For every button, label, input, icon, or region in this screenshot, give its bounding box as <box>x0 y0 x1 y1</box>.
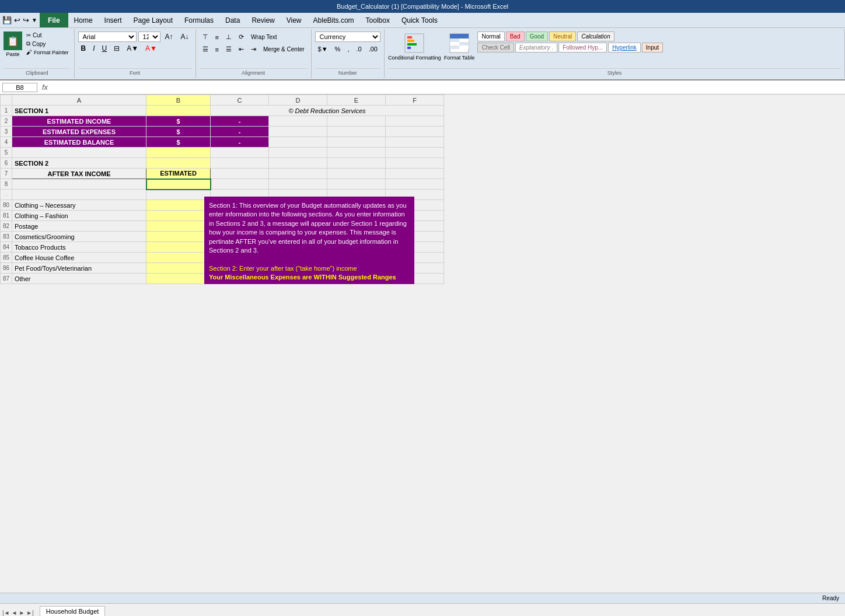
cell-a6[interactable]: SECTION 2 <box>12 158 146 169</box>
menu-view[interactable]: View <box>281 14 308 27</box>
cell-a80[interactable]: Clothing – Necessary <box>12 200 146 211</box>
cell-e6[interactable] <box>327 158 386 169</box>
underline-button[interactable]: U <box>99 43 110 54</box>
style-good[interactable]: Good <box>526 32 548 41</box>
undo-icon[interactable]: ↩ <box>14 16 20 24</box>
cut-button[interactable]: ✂ Cut <box>25 32 71 39</box>
increase-decimal-button[interactable]: .00 <box>366 44 380 54</box>
style-check-cell[interactable]: Check Cell <box>477 43 514 52</box>
cell-reference-box[interactable] <box>2 83 37 92</box>
cell-b5[interactable] <box>146 148 211 158</box>
cell-d7[interactable] <box>269 169 327 179</box>
cell-c4[interactable] <box>269 137 327 148</box>
cell-c6[interactable] <box>211 158 269 169</box>
cell-f7[interactable] <box>386 169 444 179</box>
font-size-select[interactable]: 12 <box>138 32 160 42</box>
decrease-indent-button[interactable]: ⇤ <box>236 44 247 55</box>
cell-a87[interactable]: Other <box>12 274 146 284</box>
increase-font-button[interactable]: A↑ <box>162 32 176 42</box>
align-left-button[interactable]: ☰ <box>200 44 211 55</box>
cell-a84[interactable]: Tobacco Products <box>12 242 146 253</box>
decrease-font-button[interactable]: A↓ <box>178 32 192 42</box>
cell-b87[interactable] <box>146 274 211 284</box>
cell-e8[interactable] <box>327 179 386 190</box>
merge-center-button[interactable]: Merge & Center <box>260 44 308 54</box>
format-painter-button[interactable]: 🖌 Format Painter <box>25 48 71 56</box>
align-center-button[interactable]: ≡ <box>212 44 222 55</box>
cell-b81[interactable] <box>146 211 211 221</box>
cell-c1[interactable]: © Debt Reduction Services <box>211 106 444 116</box>
cell-e5[interactable] <box>327 148 386 158</box>
col-header-f[interactable]: F <box>386 95 444 106</box>
cell-b2-val[interactable]: - <box>211 116 269 127</box>
col-header-e[interactable]: E <box>327 95 386 106</box>
align-right-button[interactable]: ☰ <box>223 44 235 55</box>
cell-c8[interactable] <box>211 179 269 190</box>
wrap-text-button[interactable]: Wrap Text <box>248 32 280 42</box>
cell-c2[interactable] <box>269 116 327 127</box>
cell-d6[interactable] <box>269 158 327 169</box>
style-neutral[interactable]: Neutral <box>549 32 576 41</box>
accounting-button[interactable]: $▼ <box>315 44 331 54</box>
menu-formulas[interactable]: Formulas <box>179 14 219 27</box>
cell-b4-dollar[interactable]: $ <box>146 137 211 148</box>
cell-d4[interactable] <box>327 137 386 148</box>
cell-b83[interactable] <box>146 232 211 242</box>
format-table-button[interactable]: Format Table <box>443 32 475 61</box>
cell-b6[interactable] <box>146 158 211 169</box>
cell-a8[interactable] <box>12 179 146 190</box>
dropdown-icon[interactable]: ▼ <box>32 17 37 23</box>
align-top-button[interactable]: ⊤ <box>200 32 211 43</box>
menu-home[interactable]: Home <box>68 14 99 27</box>
menu-ablebits[interactable]: AbleBits.com <box>308 14 360 27</box>
cell-a7[interactable]: AFTER TAX INCOME <box>12 169 146 179</box>
cell-b1[interactable] <box>146 106 211 116</box>
cell-a5[interactable] <box>12 148 146 158</box>
cell-b7[interactable]: ESTIMATED <box>146 169 211 179</box>
comma-button[interactable]: , <box>344 44 352 54</box>
style-normal[interactable]: Normal <box>477 32 504 41</box>
conditional-formatting-button[interactable]: Conditional Formatting <box>388 32 441 61</box>
number-format-select[interactable]: Currency <box>315 32 380 42</box>
cell-c3[interactable] <box>269 127 327 137</box>
cell-b3-dollar[interactable]: $ <box>146 127 211 137</box>
percent-button[interactable]: % <box>332 44 344 54</box>
cell-b3-val[interactable]: - <box>211 127 269 137</box>
style-input[interactable]: Input <box>642 43 663 52</box>
style-bad[interactable]: Bad <box>506 32 525 41</box>
cell-c5[interactable] <box>211 148 269 158</box>
cell-f5[interactable] <box>386 148 444 158</box>
menu-data[interactable]: Data <box>219 14 246 27</box>
cell-d3[interactable] <box>327 127 386 137</box>
style-hyperlink[interactable]: Hyperlink <box>608 43 641 52</box>
cell-a83[interactable]: Cosmetics/Grooming <box>12 232 146 242</box>
col-header-a[interactable]: A <box>12 95 146 106</box>
cell-a4[interactable]: ESTIMATED BALANCE <box>12 137 146 148</box>
align-bottom-button[interactable]: ⊥ <box>223 32 235 43</box>
menu-insert[interactable]: Insert <box>99 14 128 27</box>
cell-b82[interactable] <box>146 221 211 232</box>
cell-a3[interactable]: ESTIMATED EXPENSES <box>12 127 146 137</box>
col-header-c[interactable]: C <box>211 95 269 106</box>
col-header-b[interactable]: B <box>146 95 211 106</box>
menu-toolbox[interactable]: Toolbox <box>360 14 396 27</box>
increase-indent-button[interactable]: ⇥ <box>248 44 259 55</box>
menu-file[interactable]: File <box>40 13 68 27</box>
cell-a86[interactable]: Pet Food/Toys/Veterinarian <box>12 263 146 274</box>
style-calculation[interactable]: Calculation <box>577 32 614 41</box>
cell-a2[interactable]: ESTIMATED INCOME <box>12 116 146 127</box>
cell-b85[interactable] <box>146 253 211 263</box>
cell-b84[interactable] <box>146 242 211 253</box>
cell-e2[interactable] <box>386 116 444 127</box>
menu-quick-tools[interactable]: Quick Tools <box>396 14 444 27</box>
cell-d8[interactable] <box>269 179 327 190</box>
orientation-button[interactable]: ⟳ <box>236 32 247 43</box>
cell-e3[interactable] <box>386 127 444 137</box>
cell-a82[interactable]: Postage <box>12 221 146 232</box>
copy-button[interactable]: ⧉ Copy <box>25 40 71 48</box>
cell-c7[interactable] <box>211 169 269 179</box>
align-middle-button[interactable]: ≡ <box>212 32 222 43</box>
cell-b86[interactable] <box>146 263 211 274</box>
cell-d5[interactable] <box>269 148 327 158</box>
save-icon[interactable]: 💾 <box>2 16 12 24</box>
